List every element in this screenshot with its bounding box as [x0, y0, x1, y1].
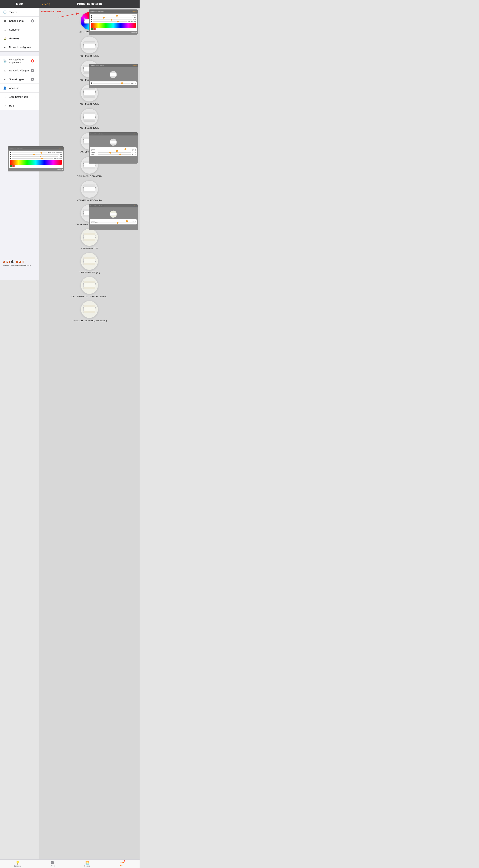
site-wijzigen-badge: 1	[31, 78, 34, 81]
sidebar-item-help[interactable]: ? Help ›	[0, 101, 39, 110]
profile-item-4xdim[interactable]: CBU-PWM4 4xDIM	[79, 108, 99, 129]
sidebar-gap-1	[0, 52, 39, 56]
profile-item-pwm3ch[interactable]: PWM 3CH TW (White,Cold,Warm)	[72, 301, 107, 322]
sidebar-item-app-instellingen[interactable]: ⊞ App-instellingen ›	[0, 92, 39, 101]
left-thumb-1	[40, 152, 42, 154]
dim-label-3-3: Dimmer	[91, 152, 97, 153]
left-track-1	[12, 153, 47, 153]
sliders-panel-1: 42.9% Wit Kleur	[90, 14, 137, 31]
left-dot-2	[10, 154, 11, 155]
svg-rect-83	[83, 287, 95, 289]
screenshot-body-left: PPO Waarde 100% 27% Wit Kleur	[8, 150, 64, 172]
left-slider-4: Kleurinstelling	[10, 158, 62, 159]
tw-label: CBU-PWM4 TW	[81, 247, 98, 250]
sidebar: 🕐 Timers › ✖ Schakelaars 1 › ⊙ Sensoren …	[0, 8, 39, 280]
sidebar-item-schakelaars[interactable]: ✖ Schakelaars 1 ›	[0, 17, 39, 25]
4xdim-circle[interactable]	[81, 108, 98, 126]
left-thumb-4	[41, 158, 43, 159]
tw-circle[interactable]	[81, 228, 98, 246]
svg-rect-53	[83, 186, 95, 191]
chevron-icon-gateway: ›	[35, 37, 36, 40]
screenshot-body-2: 100.0 %	[89, 67, 138, 88]
profile-item-tw-ww-cw[interactable]: CBU-PWM4 TW (WW-CW dimmer)	[72, 277, 107, 298]
tab-galerij[interactable]: 🖼 Galerij	[35, 861, 70, 867]
gateway-icon: 🏠	[3, 36, 7, 40]
slider-thumb-1	[116, 15, 118, 17]
netwerkconfiguratie-label: Netwerkconfiguratie	[9, 45, 35, 49]
preview-left-screenshot: Casambi Kennis Centrum Navolgen PPO Waar…	[8, 146, 64, 172]
pwm3ch-circle[interactable]	[81, 301, 98, 318]
left-track-3	[12, 156, 58, 157]
left-val-3: Kleur	[59, 156, 62, 157]
screenshot-title-left: Casambi Kennis Centrum	[9, 147, 23, 149]
svg-rect-29	[83, 114, 95, 119]
screenshot-title-1: Casambi Kennis Centrum	[90, 10, 104, 12]
rgbwhite-circle[interactable]	[81, 180, 98, 198]
svg-rect-79	[95, 259, 96, 260]
profile-item-1xdim[interactable]: CBU-PWM4 1xDIM	[79, 36, 99, 57]
schakelaars-label: Schakelaars	[9, 19, 31, 22]
sidebar-item-netwerkconfiguratie[interactable]: ▲ Netwerkconfiguratie ›	[0, 43, 39, 52]
profile-item-rgbwhite[interactable]: CBU-PWM4 RGB/White	[77, 180, 102, 202]
screenshot-footer-text-1: Lampen ●	[131, 32, 137, 33]
svg-rect-87	[95, 284, 96, 285]
sidebar-item-timers[interactable]: 🕐 Timers ›	[0, 8, 39, 17]
tw-lin-circle[interactable]	[81, 252, 98, 270]
slider-row-2: Wit	[91, 17, 136, 19]
tab-meer[interactable]: ••• Meer	[105, 861, 140, 867]
sidebar-item-sensoren[interactable]: ⊙ Sensoren ›	[0, 25, 39, 34]
slider-row-4: Kleurinstelling	[91, 21, 136, 22]
logo-subtitle: Importer Casambi Enabled Products	[3, 265, 36, 267]
tw-dimmer-panel: Dimmer 96.6 % Kleurinstelling	[90, 219, 137, 224]
dimmer-panel-2: 100.0 %	[90, 82, 137, 85]
svg-rect-93	[95, 307, 96, 308]
back-button[interactable]: Terug	[42, 2, 50, 6]
slider-track-3	[93, 20, 132, 20]
help-label: Help	[9, 104, 35, 107]
left-val-2: Wit	[60, 154, 62, 155]
sidebar-item-gateway[interactable]: 🏠 Gateway ›	[0, 34, 39, 43]
left-color-squares	[10, 165, 62, 167]
network-icon: ▲	[3, 45, 7, 49]
chevron-icon-timers: ›	[35, 11, 36, 13]
tw-dim-label-2: Kleurinstelling	[91, 222, 97, 223]
logo-light: LIGHT	[13, 260, 25, 264]
slider-value-1: 42.9%	[132, 15, 136, 17]
profile-item-tw[interactable]: CBU-PWM4 TW	[81, 228, 98, 250]
svg-rect-64	[83, 213, 84, 214]
left-dot-4	[10, 158, 11, 159]
sidebar-item-netwerk-wijzigen[interactable]: ▲ Netwerk wijzigen 1 ›	[0, 66, 39, 75]
sidebar-item-account[interactable]: 👤 Account ›	[0, 84, 39, 92]
sidebar-item-site-wijzigen[interactable]: ▲ Site wijzigen 1 ›	[0, 75, 39, 84]
1xdim-circle[interactable]	[81, 36, 98, 54]
color-squares	[91, 28, 136, 30]
slider-dot-2	[91, 17, 92, 19]
tw-ww-cw-circle[interactable]	[81, 277, 98, 294]
svg-rect-68	[83, 233, 95, 235]
tab-lampen[interactable]: 💡 Lampen	[0, 861, 35, 867]
device-center-3	[90, 137, 137, 147]
svg-rect-42	[83, 140, 84, 140]
color-sq-red	[94, 28, 96, 30]
svg-rect-6	[83, 43, 95, 48]
dim-thumb-3-2	[116, 150, 118, 152]
nav-center-title: Profiel selecteren	[39, 2, 140, 6]
sidebar-item-nabijgelegen[interactable]: 📡 Nabijgelegen apparaten 1 ›	[0, 56, 39, 66]
dim-track-3-2	[98, 151, 131, 151]
svg-rect-80	[95, 261, 96, 262]
svg-rect-73	[95, 237, 96, 238]
slider-track-2	[93, 18, 133, 18]
logo-4: 4	[11, 259, 13, 264]
slider-thumb-4	[117, 21, 119, 23]
svg-rect-59	[95, 189, 96, 189]
rgbwhite-label: CBU-PWM4 RGB/White	[77, 199, 102, 202]
netwerk-wijzigen-icon: ▲	[3, 68, 7, 73]
left-footer: Lampen ●	[9, 168, 63, 170]
preview-rgb-screenshot: Casambi Kennis Centrum Navolgen Dimmer 8…	[89, 132, 138, 163]
slider-dot-1	[91, 15, 92, 17]
tab-scenes[interactable]: 🌅 Scenes	[70, 861, 105, 867]
left-track-2	[12, 154, 59, 155]
svg-rect-102	[110, 213, 116, 216]
profile-item-tw-lin[interactable]: CBU-PWM4 TW (lin)	[79, 252, 100, 274]
tw-lin-label: CBU-PWM4 TW (lin)	[79, 271, 100, 274]
